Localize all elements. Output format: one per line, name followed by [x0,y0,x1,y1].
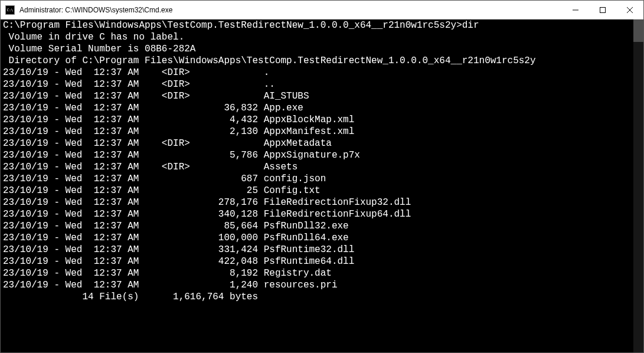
dir-entry: 23/10/19 - Wed 12:37 AM 1,240 resources.… [3,279,641,291]
dir-entry: 23/10/19 - Wed 12:37 AM 2,130 AppxManife… [3,126,641,138]
cmd-window: Administrator: C:\WINDOWS\system32\Cmd.e… [0,0,644,353]
close-icon [627,7,633,13]
dir-entry: 23/10/19 - Wed 12:37 AM 5,786 AppxSignat… [3,149,641,161]
dir-entry: 23/10/19 - Wed 12:37 AM <DIR> AppxMetada… [3,138,641,149]
window-title: Administrator: C:\WINDOWS\system32\Cmd.e… [19,6,562,14]
window-controls [562,1,643,19]
prompt-line: C:\Program Files\WindowsApps\TestComp.Te… [3,19,641,31]
summary-files-line: 14 File(s) 1,616,764 bytes [3,291,641,303]
titlebar[interactable]: Administrator: C:\WINDOWS\system32\Cmd.e… [1,1,643,19]
dir-entry: 23/10/19 - Wed 12:37 AM 340,128 FileRedi… [3,208,641,220]
dir-entry: 23/10/19 - Wed 12:37 AM 8,192 Registry.d… [3,267,641,279]
dir-entry: 23/10/19 - Wed 12:37 AM 4,432 AppxBlockM… [3,114,641,126]
minimize-button[interactable] [562,1,589,19]
close-button[interactable] [616,1,643,19]
maximize-button[interactable] [589,1,616,19]
dir-entry: 23/10/19 - Wed 12:37 AM 278,176 FileRedi… [3,197,641,208]
cmd-icon [5,5,15,15]
dir-entry: 23/10/19 - Wed 12:37 AM 25 Config.txt [3,185,641,197]
directory-of-line: Directory of C:\Program Files\WindowsApp… [3,55,641,67]
scrollbar-track[interactable] [633,19,643,352]
maximize-icon [600,7,606,13]
dir-entry: 23/10/19 - Wed 12:37 AM 85,664 PsfRunDll… [3,220,641,232]
minimize-icon [573,7,578,13]
dir-entry: 23/10/19 - Wed 12:37 AM 422,048 PsfRunti… [3,256,641,267]
dir-entry: 23/10/19 - Wed 12:37 AM <DIR> Assets [3,161,641,173]
dir-entry: 23/10/19 - Wed 12:37 AM 100,000 PsfRunDl… [3,232,641,244]
dir-entry: 23/10/19 - Wed 12:37 AM 687 config.json [3,173,641,185]
dir-entry: 23/10/19 - Wed 12:37 AM 36,832 App.exe [3,102,641,114]
terminal-area[interactable]: C:\Program Files\WindowsApps\TestComp.Te… [1,19,643,352]
dir-entry: 23/10/19 - Wed 12:37 AM <DIR> . [3,67,641,79]
dir-entry: 23/10/19 - Wed 12:37 AM <DIR> AI_STUBS [3,90,641,102]
dir-entry: 23/10/19 - Wed 12:37 AM 331,424 PsfRunti… [3,244,641,256]
scrollbar-thumb[interactable] [633,19,643,42]
svg-rect-1 [600,7,606,12]
terminal-output: C:\Program Files\WindowsApps\TestComp.Te… [1,19,643,352]
volume-line: Volume in drive C has no label. [3,31,641,43]
serial-line: Volume Serial Number is 08B6-282A [3,43,641,55]
dir-entry: 23/10/19 - Wed 12:37 AM <DIR> .. [3,79,641,90]
